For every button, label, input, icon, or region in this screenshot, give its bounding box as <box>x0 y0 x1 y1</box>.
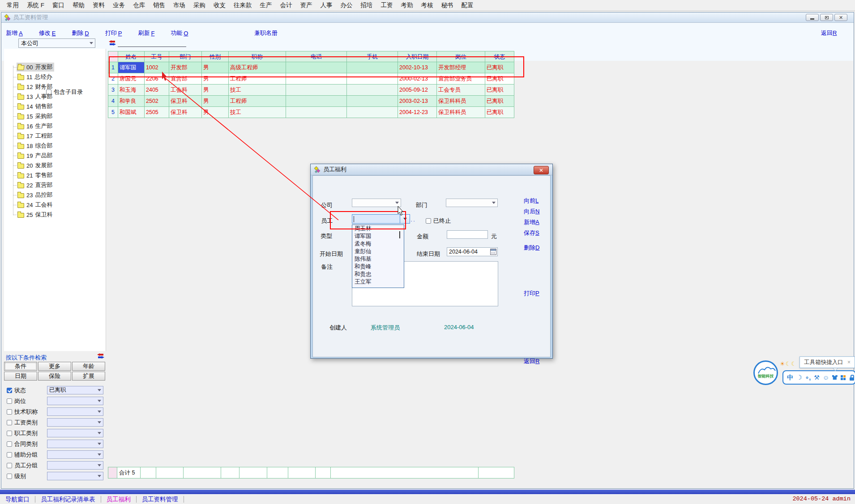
employee-option[interactable]: 童彭仙 <box>352 248 404 255</box>
table-header-cell[interactable]: 状态 <box>485 51 514 62</box>
name-cell[interactable]: 唐国元 <box>118 73 145 85</box>
dots-icon[interactable]: ∘, <box>805 374 811 381</box>
menu-item[interactable]: 秘书 <box>437 1 457 9</box>
menu-item[interactable]: 帮助 <box>68 1 89 9</box>
lock-icon[interactable] <box>849 374 851 381</box>
table-row[interactable]: 3 和玉海 2405 工会科 男 技工 2005-09-12 工会专员 已离职 <box>108 85 514 96</box>
dialog-nav-button[interactable]: 向前L <box>524 197 539 208</box>
employee-dropdown-button[interactable] <box>400 214 410 224</box>
condition-checkbox[interactable] <box>7 409 12 415</box>
toolbar-button[interactable]: 修改E <box>39 29 56 37</box>
moon-icon[interactable]: ☽ <box>796 374 802 381</box>
company-select[interactable]: 本公司 <box>18 38 95 48</box>
dialog-dept-select[interactable] <box>446 199 498 207</box>
terminated-row[interactable]: 已终止 <box>426 217 451 225</box>
filter-tab[interactable]: 日期 <box>4 372 37 381</box>
taskbar-item[interactable]: 员工资料管理 <box>137 496 184 503</box>
swap-icon[interactable] <box>109 40 116 46</box>
taskbar-item[interactable]: 导航窗口 <box>0 496 35 503</box>
table-header-cell[interactable]: - <box>108 51 118 62</box>
menu-item[interactable]: 业务 <box>109 1 129 9</box>
table-header-cell[interactable]: 入职日期 <box>398 51 437 62</box>
amount-input[interactable] <box>447 230 488 239</box>
condition-select[interactable] <box>47 429 103 437</box>
condition-checkbox[interactable] <box>7 420 12 425</box>
swap-icon[interactable] <box>97 353 104 359</box>
employee-option[interactable]: 孟冬梅 <box>352 240 404 248</box>
dialog-nav-button[interactable]: 新增A <box>524 218 539 229</box>
filter-tab[interactable]: 年龄 <box>72 362 105 371</box>
toolbar-button[interactable]: 新增A <box>6 29 23 37</box>
shirt-icon[interactable] <box>832 374 838 381</box>
tree-item[interactable]: 23 品控部 <box>4 190 106 200</box>
sun-icon[interactable]: ☀ <box>780 360 785 367</box>
condition-select[interactable]: 已离职 <box>47 386 103 394</box>
grid-icon[interactable] <box>841 374 846 381</box>
moon-icon-2[interactable]: ☾ <box>791 360 796 367</box>
brand-logo[interactable]: 智能科技 <box>753 360 778 385</box>
menu-item[interactable]: 考勤 <box>397 1 417 9</box>
tree-item[interactable]: 21 零售部 <box>4 170 106 180</box>
condition-checkbox[interactable] <box>7 388 12 393</box>
tree-item[interactable]: 15 采购部 <box>4 111 106 121</box>
toolbar-button[interactable]: 删除D <box>72 29 89 37</box>
condition-select[interactable] <box>47 461 103 470</box>
condition-select[interactable] <box>47 407 103 416</box>
employee-option[interactable]: 和贵忠 <box>352 271 404 278</box>
table-row[interactable]: 1 谭军国 1002 开发部 男 高级工程师 2002-10-13 开发部经理 … <box>108 62 514 73</box>
dialog-print-button[interactable]: 打印P <box>524 289 539 297</box>
employee-option[interactable]: 王立军 <box>352 278 404 286</box>
filter-tab[interactable]: 条件 <box>4 362 37 371</box>
condition-select[interactable] <box>47 472 103 480</box>
smiley-icon[interactable]: ☺ <box>823 374 829 381</box>
menu-item[interactable]: 窗口 <box>48 1 68 9</box>
menu-item[interactable]: 市场 <box>169 1 189 9</box>
menu-item[interactable]: 往来款 <box>230 1 256 9</box>
menu-item[interactable]: 招培 <box>357 1 377 9</box>
condition-checkbox[interactable] <box>7 398 12 404</box>
tree-item[interactable]: 19 产品部 <box>4 151 106 161</box>
table-header-cell[interactable]: 工号 <box>145 51 169 62</box>
tree-item[interactable]: 18 综合部 <box>4 141 106 151</box>
minimize-button[interactable] <box>806 14 819 21</box>
moon-icon[interactable]: ☾ <box>786 360 791 367</box>
table-header-cell[interactable]: 姓名 <box>118 51 145 62</box>
end-date-input[interactable]: 2024-06-04 <box>447 247 498 256</box>
menu-item[interactable]: 配置 <box>457 1 478 9</box>
dialog-nav-button[interactable]: 向后N <box>524 208 539 218</box>
dialog-return-button[interactable]: 返回R <box>524 357 539 365</box>
condition-checkbox[interactable] <box>7 431 12 436</box>
menu-item[interactable]: 资料 <box>89 1 109 9</box>
menu-item[interactable]: 采购 <box>189 1 209 9</box>
taskbar-item[interactable]: 员工福利 <box>101 496 137 503</box>
toolbar-button[interactable]: 功能O <box>171 29 188 37</box>
tree-item[interactable]: 13 人事部 <box>4 92 106 102</box>
name-cell[interactable]: 谭军国 <box>118 62 145 73</box>
tree-item[interactable]: 17 工程部 <box>4 131 106 141</box>
dialog-nav-button[interactable]: 删除D <box>524 244 539 254</box>
condition-select[interactable] <box>47 418 103 427</box>
dialog-company-select[interactable] <box>352 199 401 207</box>
tree-item[interactable]: 20 发展部 <box>4 161 106 170</box>
tree-item[interactable]: 25 保卫科 <box>4 210 106 220</box>
table-row[interactable]: 4 和学良 2502 保卫科 男 工程师 2003-02-13 保卫科科员 已离… <box>108 96 514 107</box>
menu-item[interactable]: 会计 <box>276 1 296 9</box>
table-header-cell[interactable]: 职称 <box>229 51 286 62</box>
filter-tab[interactable]: 保险 <box>38 372 71 381</box>
condition-select[interactable] <box>47 397 103 405</box>
close-button[interactable]: ✕ <box>834 14 847 21</box>
dialog-employee-input[interactable] <box>352 214 400 224</box>
zh-icon[interactable]: 中 <box>787 374 793 381</box>
menu-item[interactable]: 系统 F <box>23 1 48 9</box>
dialog-nav-button[interactable]: 保存S <box>524 229 539 240</box>
employee-option[interactable]: 和贵峰 <box>352 263 404 271</box>
condition-select[interactable] <box>47 440 103 448</box>
tree-item[interactable]: 16 生产部 <box>4 121 106 131</box>
table-row[interactable]: 2 唐国元 2206 直营部 男 工程师 2000-02-13 直营部业务员 已… <box>108 73 514 85</box>
menu-item[interactable]: 考核 <box>417 1 437 9</box>
tree-item[interactable]: 24 工会科 <box>4 200 106 210</box>
taskbar-item[interactable]: 员工福利记录清单表 <box>35 496 101 503</box>
name-cell[interactable]: 和国斌 <box>118 107 145 118</box>
table-row[interactable]: 5 和国斌 2505 保卫科 男 技工 2004-12-23 保卫科科员 已离职 <box>108 107 514 118</box>
tooltip-close-icon[interactable]: × <box>847 359 855 365</box>
